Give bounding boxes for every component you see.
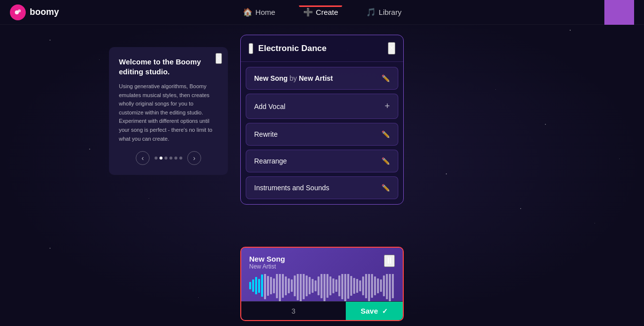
new-song-row[interactable]: New Song by New Artist ✏️ xyxy=(246,67,398,90)
new-song-edit-icon: ✏️ xyxy=(381,74,390,82)
rewrite-edit-icon: ✏️ xyxy=(381,130,390,138)
nav-create[interactable]: ➕ Create xyxy=(299,5,342,19)
player-wrapper: New Song New Artist ⏸ 3 Save ✓ xyxy=(240,247,404,321)
save-number: 3 xyxy=(241,302,346,320)
player-artist: New Artist xyxy=(249,263,285,270)
rearrange-row[interactable]: Rearrange ✏️ xyxy=(246,150,398,172)
player-inner: New Song New Artist ⏸ xyxy=(241,248,403,301)
waveform xyxy=(249,274,395,301)
add-vocal-row[interactable]: Add Vocal + xyxy=(246,94,398,119)
nav-right xyxy=(604,0,634,25)
nav-center: 🏠 Home ➕ Create 🎵 Library xyxy=(239,5,406,19)
song-modal: ‹ Electronic Dance × New Song by New Art… xyxy=(240,35,404,205)
save-check-icon: ✓ xyxy=(382,307,388,315)
player-pause-button[interactable]: ⏸ xyxy=(384,255,395,267)
player-info: New Song New Artist xyxy=(249,255,285,270)
instruments-label: Instruments and Sounds xyxy=(254,184,329,192)
player-top: New Song New Artist ⏸ xyxy=(249,255,395,270)
save-button[interactable]: Save ✓ xyxy=(346,302,403,320)
logo[interactable]: boomy xyxy=(10,4,59,20)
modal-body: New Song by New Artist ✏️ Add Vocal + Re… xyxy=(241,62,403,204)
add-vocal-label: Add Vocal xyxy=(254,103,285,110)
new-song-label: New Song by New Artist xyxy=(254,74,333,82)
add-vocal-icon: + xyxy=(384,101,390,111)
player-container: New Song New Artist ⏸ 3 Save ✓ xyxy=(240,247,404,321)
svg-point-1 xyxy=(18,9,21,12)
rearrange-label: Rearrange xyxy=(254,157,287,165)
save-row: 3 Save ✓ xyxy=(241,301,403,320)
instruments-edit-icon: ✏️ xyxy=(381,184,390,192)
create-icon: ➕ xyxy=(303,7,313,17)
rewrite-row[interactable]: Rewrite ✏️ xyxy=(246,123,398,146)
nav-library[interactable]: 🎵 Library xyxy=(362,5,406,19)
modal-close-button[interactable]: × xyxy=(388,42,395,54)
modal-title: Electronic Dance xyxy=(258,44,383,54)
home-icon: 🏠 xyxy=(243,7,253,17)
save-label: Save xyxy=(361,307,378,315)
modal-header: ‹ Electronic Dance × xyxy=(241,35,403,62)
library-icon: 🎵 xyxy=(366,7,376,17)
logo-icon xyxy=(10,4,26,20)
create-indicator xyxy=(299,5,342,7)
nav-library-label: Library xyxy=(379,8,402,16)
nav-home[interactable]: 🏠 Home xyxy=(239,5,279,19)
logo-text: boomy xyxy=(30,7,59,17)
instruments-row[interactable]: Instruments and Sounds ✏️ xyxy=(246,176,398,199)
navbar: boomy 🏠 Home ➕ Create 🎵 Library xyxy=(0,0,644,25)
nav-home-label: Home xyxy=(256,8,275,16)
player-song-name: New Song xyxy=(249,255,285,263)
upgrade-button[interactable] xyxy=(604,0,634,25)
nav-create-label: Create xyxy=(316,8,338,16)
modal-back-button[interactable]: ‹ xyxy=(249,43,253,54)
rearrange-edit-icon: ✏️ xyxy=(381,157,390,165)
rewrite-label: Rewrite xyxy=(254,130,277,138)
